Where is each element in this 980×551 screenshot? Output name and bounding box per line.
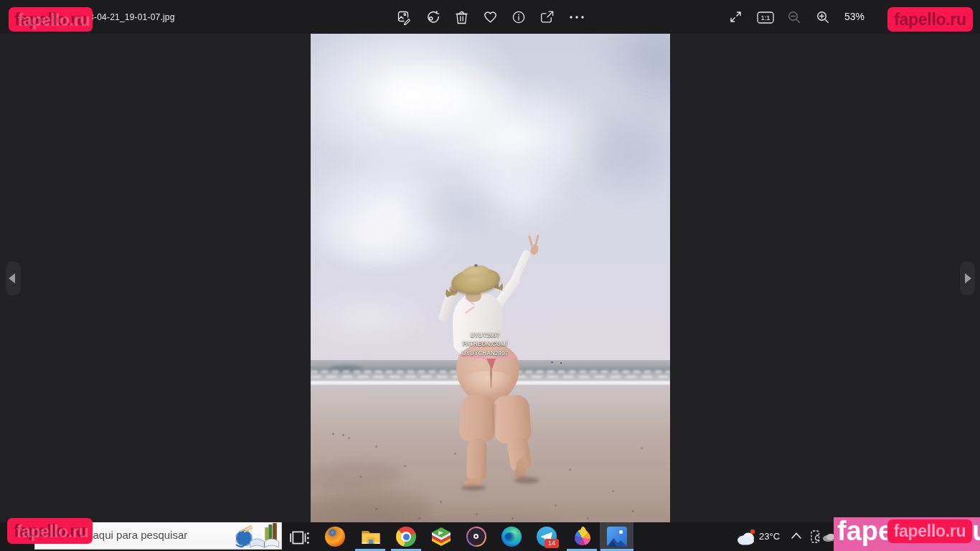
svg-text:1:1: 1:1 — [760, 14, 770, 22]
